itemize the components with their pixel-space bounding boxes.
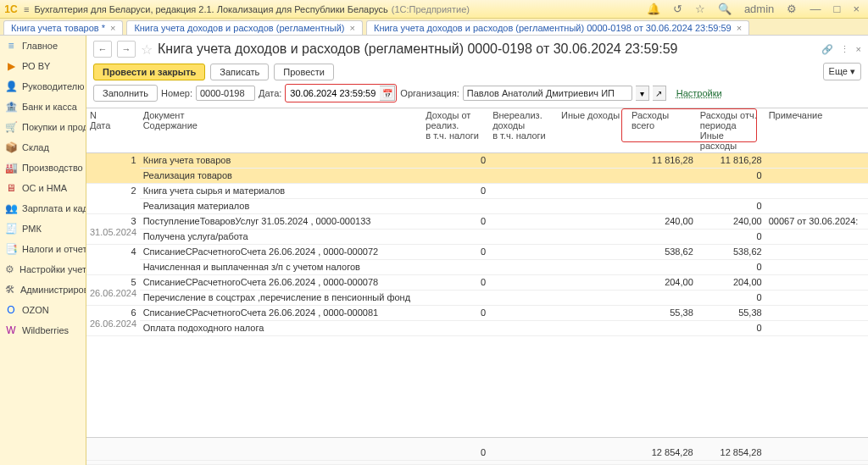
menu-icon[interactable]: ≡	[24, 4, 29, 14]
sidebar-item-5[interactable]: 📦Склад	[0, 137, 86, 158]
settings-icon[interactable]: ⚙	[787, 3, 797, 15]
tab-1[interactable]: Книга учета доходов и расходов (регламен…	[126, 20, 363, 35]
sidebar-item-7[interactable]: 🖥ОС и НМА	[0, 178, 86, 198]
sidebar-item-8[interactable]: 👥Зарплата и кадры	[0, 198, 86, 219]
sidebar-icon: 👥	[5, 202, 17, 214]
table-row[interactable]: 2Книга учета сырья и материалов0	[86, 184, 868, 199]
settings-link[interactable]: Настройки	[676, 88, 722, 98]
tab-label: Книга учета доходов и расходов (регламен…	[134, 23, 344, 33]
table-row-sub[interactable]: Перечисление в соцстрах ,перечисление в …	[86, 291, 868, 306]
sidebar-label: Покупки и продажи	[22, 122, 86, 132]
data-grid[interactable]: NДата ДокументСодержание Доходы от реали…	[86, 108, 868, 437]
star-icon[interactable]: ☆	[695, 3, 705, 15]
sidebar-icon: ▶	[5, 60, 17, 72]
date-field[interactable]	[287, 86, 380, 100]
app-suffix: (1С:Предприятие)	[392, 4, 470, 14]
tab-2[interactable]: Книга учета доходов и расходов (регламен…	[366, 20, 749, 35]
sidebar-label: Производство	[22, 163, 83, 173]
sidebar-item-9[interactable]: 🧾РМК	[0, 219, 86, 239]
col-vnereal[interactable]: Внереализ. доходыв т.ч. налоги	[489, 108, 558, 153]
sidebar-icon: 🛠	[5, 284, 15, 296]
table-row-sub[interactable]: Получена услуга/работа0	[86, 230, 868, 245]
sidebar-item-14[interactable]: WWildberries	[0, 320, 86, 340]
sidebar-label: Склад	[22, 142, 49, 152]
sidebar-label: РО BY	[22, 61, 50, 71]
search-icon[interactable]: 🔍	[718, 3, 732, 15]
sidebar-item-2[interactable]: 👤Руководителю	[0, 76, 86, 97]
minimize-icon[interactable]: —	[810, 3, 821, 15]
table-row[interactable]: 526.06.2024СписаниеСРасчетногоСчета 26.0…	[86, 275, 868, 291]
close-icon[interactable]: ×	[853, 3, 860, 15]
sidebar-icon: W	[5, 324, 17, 336]
sidebar-label: Налоги и отчетность	[22, 244, 86, 254]
col-other[interactable]: Иные доходы	[558, 108, 628, 153]
col-dohod-real[interactable]: Доходы от реализ.в т.ч. налоги	[422, 108, 489, 153]
more-actions-icon[interactable]: ⋮	[840, 44, 849, 55]
sidebar-item-10[interactable]: 📑Налоги и отчетность	[0, 239, 86, 259]
post-and-close-button[interactable]: Провести и закрыть	[93, 64, 205, 80]
table-row[interactable]: 626.06.2024СписаниеСРасчетногоСчета 26.0…	[86, 306, 868, 321]
tab-close-icon[interactable]: ×	[737, 23, 742, 33]
sidebar-label: Банк и касса	[22, 102, 77, 112]
sidebar-item-4[interactable]: 🛒Покупки и продажи	[0, 117, 86, 137]
sidebar-label: OZON	[22, 305, 49, 315]
sidebar-label: Зарплата и кадры	[22, 203, 86, 213]
sidebar-label: ОС и НМА	[22, 183, 67, 193]
tab-0[interactable]: Книга учета товаров * ×	[3, 20, 123, 35]
sidebar: ≡Главное▶РО BY👤Руководителю🏦Банк и касса…	[0, 36, 86, 465]
table-row-sub[interactable]: Оплата подоходного налога0	[86, 321, 868, 336]
date-field-wrap: 📅	[285, 84, 397, 102]
sidebar-icon: 🖥	[5, 182, 17, 194]
write-button[interactable]: Записать	[210, 64, 269, 80]
sidebar-item-3[interactable]: 🏦Банк и касса	[0, 97, 86, 117]
sidebar-item-12[interactable]: 🛠Администрирование	[0, 280, 86, 300]
sidebar-item-13[interactable]: OOZON	[0, 300, 86, 320]
fill-button[interactable]: Заполнить	[93, 85, 158, 102]
table-row[interactable]: 4СписаниеСРасчетногоСчета 26.06.2024 , 0…	[86, 245, 868, 260]
history-icon[interactable]: ↺	[673, 3, 682, 15]
user-label[interactable]: admin	[744, 3, 774, 15]
sidebar-icon: ≡	[5, 40, 17, 52]
number-field[interactable]	[196, 86, 255, 101]
back-button[interactable]: ←	[93, 41, 112, 58]
sidebar-icon: 📦	[5, 141, 17, 153]
forward-button[interactable]: →	[117, 41, 136, 58]
org-dropdown-icon[interactable]: ▾	[636, 86, 649, 101]
sidebar-item-6[interactable]: 🏭Производство	[0, 158, 86, 178]
table-row[interactable]: 331.05.2024ПоступлениеТоваровУслуг 31.05…	[86, 214, 868, 230]
post-button[interactable]: Провести	[274, 64, 334, 80]
col-rash-all[interactable]: Расходы всего	[628, 108, 697, 153]
app-logo-icon: 1C	[3, 2, 19, 17]
table-row-sub[interactable]: Реализация товаров0	[86, 169, 868, 184]
calendar-icon[interactable]: 📅	[380, 86, 395, 101]
sidebar-icon: ⚙	[5, 263, 14, 275]
col-rash-period[interactable]: Расходы отч. периодаИные расходы	[697, 108, 765, 153]
col-note[interactable]: Примечание	[765, 108, 868, 153]
table-row-sub[interactable]: Реализация материалов0	[86, 199, 868, 214]
sidebar-icon: O	[5, 304, 17, 316]
sidebar-icon: 🏦	[5, 101, 17, 113]
sidebar-label: Настройки учета	[19, 264, 86, 274]
bell-icon[interactable]: 🔔	[647, 3, 660, 15]
sidebar-icon: 🛒	[5, 121, 17, 133]
table-row-sub[interactable]: Начисленная и выплаченная з/п с учетом н…	[86, 260, 868, 275]
tab-close-icon[interactable]: ×	[350, 23, 355, 33]
favorite-icon[interactable]: ☆	[141, 42, 153, 58]
table-row[interactable]: 1Книга учета товаров011 816,2811 816,28	[86, 153, 868, 169]
document-title: Книга учета доходов и расходов (регламен…	[158, 42, 677, 57]
close-panel-icon[interactable]: ×	[856, 44, 861, 55]
col-doc[interactable]: ДокументСодержание	[140, 108, 423, 153]
sidebar-item-0[interactable]: ≡Главное	[0, 36, 86, 56]
org-open-icon[interactable]: ↗	[653, 86, 666, 101]
org-field[interactable]	[463, 86, 632, 101]
more-button[interactable]: Еще ▾	[823, 63, 861, 80]
maximize-icon[interactable]: □	[833, 3, 840, 15]
tab-label: Книга учета товаров *	[11, 23, 105, 33]
sidebar-label: Руководителю	[22, 81, 84, 91]
col-n[interactable]: NДата	[86, 108, 140, 153]
sidebar-label: РМК	[22, 224, 42, 234]
sidebar-item-11[interactable]: ⚙Настройки учета	[0, 259, 86, 280]
tab-close-icon[interactable]: ×	[110, 23, 115, 33]
link-icon[interactable]: 🔗	[821, 44, 833, 55]
sidebar-item-1[interactable]: ▶РО BY	[0, 56, 86, 76]
